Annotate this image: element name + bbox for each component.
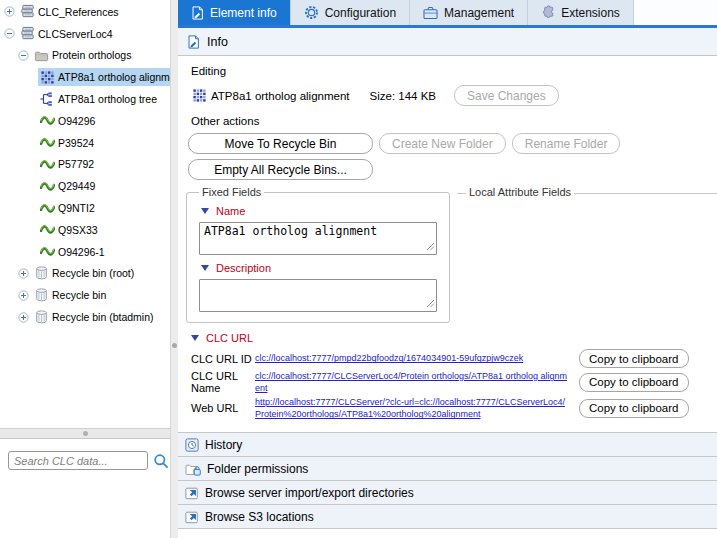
tab-configuration[interactable]: Configuration — [291, 0, 410, 25]
tree-item-o94296-1[interactable]: O94296-1 — [0, 241, 170, 263]
expand-toggle[interactable] — [18, 268, 29, 279]
copy-to-clipboard-button[interactable]: Copy to clipboard — [579, 373, 689, 392]
tree-item-protein-orthologs[interactable]: Protein orthologs — [0, 45, 170, 67]
editing-element-row: ATP8a1 ortholog alignment Size: 144 KB S… — [193, 85, 717, 106]
name-field[interactable]: ATP8a1 ortholog alignment — [199, 222, 437, 255]
element-size: Size: 144 KB — [370, 90, 436, 102]
accordion-folder-permissions[interactable]: Folder permissions — [178, 456, 717, 480]
tab-label: Configuration — [325, 6, 396, 20]
expand-icon — [18, 268, 29, 279]
tab-label: Element info — [210, 6, 277, 20]
tab-label: Extensions — [561, 6, 620, 20]
tree-item-label: Recycle bin (root) — [52, 267, 134, 279]
description-field[interactable] — [199, 279, 437, 312]
split-handle-icon[interactable] — [83, 431, 88, 436]
sidebar-split-divider[interactable] — [0, 428, 170, 439]
tab-extensions[interactable]: Extensions — [528, 0, 634, 25]
clc-url-name-row: CLC URL Nameclc://localhost:7777/CLCServ… — [191, 370, 717, 394]
tree-item-atp8a1-ortholog-alignment[interactable]: ATP8a1 ortholog alignment — [0, 66, 170, 88]
tree-item-label: P57792 — [58, 158, 94, 170]
expand-toggle[interactable] — [4, 6, 15, 17]
clc-url-section-label: CLC URL — [191, 332, 717, 344]
protein-icon — [40, 180, 55, 193]
tab-bar: Element infoConfigurationManagementExten… — [178, 0, 717, 28]
copy-to-clipboard-button[interactable]: Copy to clipboard — [579, 399, 689, 418]
create-new-folder-button[interactable]: Create New Folder — [379, 133, 506, 154]
tab-element-info[interactable]: Element info — [178, 0, 291, 25]
tree-item-label: Q9NTI2 — [58, 202, 95, 214]
accordion-group: HistoryFolder permissionsBrowse server i… — [178, 432, 717, 529]
alignment-icon — [193, 89, 206, 102]
tree-item-q9sx33[interactable]: Q9SX33 — [0, 219, 170, 241]
copy-to-clipboard-button[interactable]: Copy to clipboard — [579, 349, 689, 368]
clc-url-name-label: CLC URL Name — [191, 370, 255, 394]
clc-url-name-link[interactable]: clc://localhost:7777/CLCServerLoc4/Prote… — [255, 370, 579, 394]
save-changes-button[interactable]: Save Changes — [454, 85, 559, 106]
tree-item-label: O94296 — [58, 115, 95, 127]
tree-item-o94296[interactable]: O94296 — [0, 110, 170, 132]
accordion-browse-s3-locations[interactable]: Browse S3 locations — [178, 504, 717, 529]
alignment-icon — [41, 71, 54, 84]
description-field-label: Description — [201, 262, 437, 274]
search-input[interactable] — [8, 451, 148, 470]
extensions-icon — [541, 5, 555, 20]
collapse-triangle-icon[interactable] — [201, 265, 209, 271]
accordion-label: Browse S3 locations — [205, 510, 314, 524]
clc-url-id-link[interactable]: clc://localhost:7777/pmpd22bqfoodzq/1674… — [255, 352, 579, 364]
server-location-icon — [20, 4, 35, 19]
tree-icon — [40, 92, 54, 106]
info-section-body: Editing ATP8a1 ortholog alignment Size: … — [178, 56, 717, 538]
clc-url-section: CLC URL CLC URL IDclc://localhost:7777/p… — [191, 332, 717, 421]
tree-item-recycle-bin[interactable]: Recycle bin — [0, 284, 170, 306]
fields-row: Fixed Fields Name ATP8a1 ortholog alignm… — [186, 186, 717, 323]
empty-all-recycle-bins-button[interactable]: Empty All Recycle Bins... — [188, 159, 373, 180]
recycle-bin-icon — [35, 266, 48, 280]
split-handle-icon[interactable] — [172, 343, 177, 348]
expand-toggle[interactable] — [18, 312, 29, 323]
tree-item-label: ATP8a1 ortholog alignment — [58, 71, 170, 83]
tree-item-p57792[interactable]: P57792 — [0, 154, 170, 176]
protein-icon — [40, 202, 55, 215]
tree-item-clcserverloc4[interactable]: CLCServerLoc4 — [0, 23, 170, 45]
tree-item-p39524[interactable]: P39524 — [0, 132, 170, 154]
tree-item-recycle-bin-root[interactable]: Recycle bin (root) — [0, 263, 170, 285]
tree-item-q9nti2[interactable]: Q9NTI2 — [0, 197, 170, 219]
tree-item-q29449[interactable]: Q29449 — [0, 175, 170, 197]
other-actions-row-2: Empty All Recycle Bins... — [188, 159, 717, 180]
search-button[interactable] — [153, 453, 169, 469]
collapse-icon — [18, 50, 29, 61]
search-bar — [8, 451, 169, 470]
collapse-toggle[interactable] — [18, 50, 29, 61]
web-url-row: Web URLhttp://localhost:7777/CLCServer/?… — [191, 396, 717, 420]
tree-item-clc-references[interactable]: CLC_References — [0, 1, 170, 23]
info-section-header[interactable]: Info — [178, 28, 717, 56]
tree-item-label: ATP8a1 ortholog tree — [58, 93, 157, 105]
collapse-triangle-icon[interactable] — [201, 208, 209, 214]
web-url-link[interactable]: http://localhost:7777/CLCServer/?clc-url… — [255, 396, 579, 420]
tree-item-label: CLCServerLoc4 — [38, 28, 113, 40]
rename-folder-button[interactable]: Rename Folder — [512, 133, 621, 154]
resize-grip-icon[interactable] — [426, 241, 435, 253]
info-section-title: Info — [207, 35, 228, 49]
resize-grip-icon[interactable] — [426, 298, 435, 310]
tree-item-label: Q29449 — [58, 180, 95, 192]
local-attribute-fields-group: Local Attribute Fields — [457, 186, 717, 206]
fixed-fields-legend: Fixed Fields — [199, 186, 264, 198]
tab-management[interactable]: Management — [410, 0, 528, 25]
tree-item-recycle-bin-btadmin[interactable]: Recycle bin (btadmin) — [0, 306, 170, 328]
history-icon — [185, 438, 199, 452]
accordion-history[interactable]: History — [178, 432, 717, 456]
tree-item-atp8a1-ortholog-tree[interactable]: ATP8a1 ortholog tree — [0, 88, 170, 110]
protein-icon — [40, 158, 55, 171]
recycle-bin-icon — [35, 310, 48, 324]
element-info-icon — [187, 35, 200, 49]
accordion-label: Folder permissions — [207, 462, 308, 476]
collapse-triangle-icon[interactable] — [191, 335, 199, 341]
collapse-toggle[interactable] — [4, 28, 15, 39]
accordion-browse-server-import-export-directories[interactable]: Browse server import/export directories — [178, 480, 717, 504]
move-to-recycle-bin-button[interactable]: Move To Recycle Bin — [188, 133, 373, 154]
protein-icon — [40, 223, 55, 236]
server-location-icon — [20, 26, 35, 41]
protein-icon — [40, 114, 55, 127]
expand-toggle[interactable] — [18, 290, 29, 301]
